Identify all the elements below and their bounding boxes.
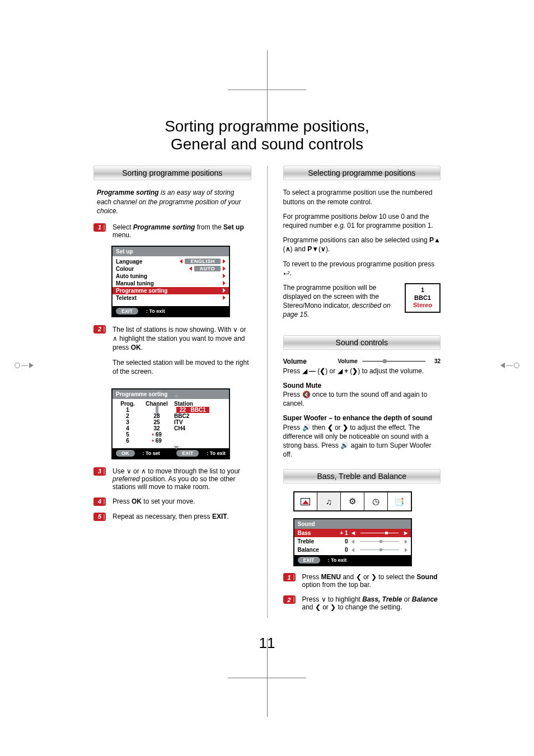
volume-slider: Volume Volume 32 (283, 358, 441, 365)
sound-osd-title: Sound (294, 519, 411, 529)
column-left: Sorting programme positions Programme so… (93, 166, 251, 618)
programme-sorting-osd: Programme sorting Prog. Channel Station … (111, 388, 230, 459)
down-arrow-icon (174, 446, 179, 449)
ps-osd-title: Programme sorting (113, 389, 229, 399)
crop-mark-right (500, 363, 519, 368)
left-arrow-icon (352, 539, 354, 544)
setup-row-manualtuning: Manual tuning (116, 280, 226, 287)
return-icon: ⮐ (283, 269, 290, 277)
ps-row: 669 (116, 438, 226, 444)
crop-mark-left (15, 363, 34, 368)
intro-text: Programme sorting is an easy way of stor… (97, 188, 248, 215)
column-divider (267, 166, 268, 618)
vol-down-icon: ◢ (302, 367, 307, 375)
setup-hint: EXIT : To exit (113, 306, 229, 316)
content-area: Sorting programme positions, General and… (93, 118, 441, 652)
ps-row: 569 (116, 431, 226, 438)
ps-row: 432CH4 (116, 425, 226, 431)
step-3: 3 Use ∨ or ∧ to move through the list to… (93, 467, 251, 491)
para: For programme positions below 10 use 0 a… (283, 212, 441, 230)
para: To revert to the previous programme posi… (283, 260, 441, 278)
section-title-sound: Sound controls (283, 335, 441, 350)
step-badge-2: 2 (283, 595, 296, 604)
column-right: Selecting programme positions To select … (283, 166, 441, 618)
music-note-icon: ♫ (326, 497, 332, 506)
setup-row-autotuning: Auto tuning (116, 273, 226, 280)
right-arrow-icon (223, 259, 226, 264)
step-1: 1 Select Programme sorting from the Set … (93, 223, 251, 239)
page-number: 11 (93, 635, 441, 652)
status-section: 1 BBC1 Stereo The programme position wil… (283, 283, 441, 325)
section-title-sorting: Sorting programme positions (93, 166, 251, 180)
setup-row-language: Language ENGLISH (116, 258, 226, 265)
step-4: 4 Press OK to set your move. (93, 497, 251, 506)
section-title-selecting: Selecting programme positions (283, 166, 441, 180)
crop-mark-top (228, 50, 306, 129)
ps-row: 1 22 BBC1 (116, 407, 226, 413)
right-arrow-icon (223, 281, 226, 285)
setup-osd-title: Set up (113, 247, 229, 256)
sound-osd: Sound Bass + 1 ◀▶ Treble 0 Balance 0 (293, 518, 412, 566)
step-badge-4: 4 (93, 497, 106, 506)
right-arrow-icon (405, 548, 407, 552)
para: To select a programme position use the n… (283, 188, 441, 206)
setup-icon: 📑 (394, 496, 405, 506)
sliders-icon: ⚙ (349, 496, 356, 506)
ps-hint: OK: To set EXIT: To exit (113, 448, 229, 458)
setup-row-teletext: Teletext (116, 294, 226, 302)
setup-row-programmesorting: Programme sorting (113, 287, 229, 294)
para: Programme positions can also be selected… (283, 236, 441, 253)
left-arrow-icon (352, 548, 354, 552)
bstep-2: 2 Press ∨ to highlight Bass, Treble or B… (283, 595, 441, 611)
right-arrow-icon (405, 539, 407, 544)
mute-icon: 🔇 (302, 391, 311, 398)
setup-osd: Set up Language ENGLISH Colour AUTO (111, 246, 230, 317)
super-woofer-section: Super Woofer – to enhance the depth of s… (283, 414, 441, 459)
step-2: 2 The list of stations is now showing. W… (93, 325, 251, 382)
setup-row-colour: Colour AUTO (116, 265, 226, 273)
right-arrow-icon (223, 288, 226, 293)
bstep-1: 1 Press MENU and ❮ or ❯ to select the So… (283, 573, 441, 589)
up-arrow-icon (174, 394, 179, 397)
speaker-icon: 🔊 (340, 442, 349, 449)
picture-icon (301, 498, 310, 505)
speaker-icon: 🔊 (302, 424, 311, 431)
slider-knob (383, 359, 387, 363)
status-box: 1 BBC1 Stereo (405, 283, 441, 313)
left-arrow-icon (180, 259, 182, 264)
page: Sorting programme positions, General and… (0, 0, 534, 756)
tab-picture (294, 492, 318, 510)
right-arrow-icon (223, 266, 226, 271)
ps-header: Prog. Channel Station (116, 401, 226, 407)
volume-text: Press ◢ — (❮) or ◢ + (❯) to adjust the v… (283, 367, 441, 375)
vol-up-icon: ◢ (338, 367, 343, 375)
sound-row-balance: Balance 0 (294, 546, 411, 554)
sound-row-treble: Treble 0 (294, 537, 411, 546)
sound-row-bass: Bass + 1 ◀▶ (294, 529, 411, 537)
step-5: 5 Repeat as necessary, then press EXIT. (93, 513, 251, 521)
tab-features: ⚙ (341, 492, 364, 510)
sound-hint: EXIT : To exit (294, 555, 411, 565)
section-title-btb: Bass, Treble and Balance (283, 469, 441, 483)
step-badge-2: 2 (93, 325, 106, 334)
step-badge-1: 1 (283, 573, 296, 581)
right-arrow-icon (223, 274, 226, 278)
step-badge-1: 1 (93, 223, 106, 232)
tab-setup: 📑 (388, 492, 411, 510)
tab-sound: ♫ (317, 492, 341, 510)
right-arrow-icon (223, 295, 226, 300)
step-badge-3: 3 (93, 467, 106, 476)
menu-tabs: ♫ ⚙ ◷ 📑 (293, 491, 412, 511)
tab-timer: ◷ (364, 492, 388, 510)
page-title: Sorting programme positions, General and… (93, 118, 441, 153)
step-badge-5: 5 (93, 513, 106, 521)
ps-row: 325ITV (116, 419, 226, 425)
ps-row: 228BBC2 (116, 413, 226, 419)
clock-icon: ◷ (372, 496, 380, 506)
mute-section: Sound Mute Press 🔇 once to turn the soun… (283, 381, 441, 408)
left-arrow-icon (189, 266, 192, 271)
